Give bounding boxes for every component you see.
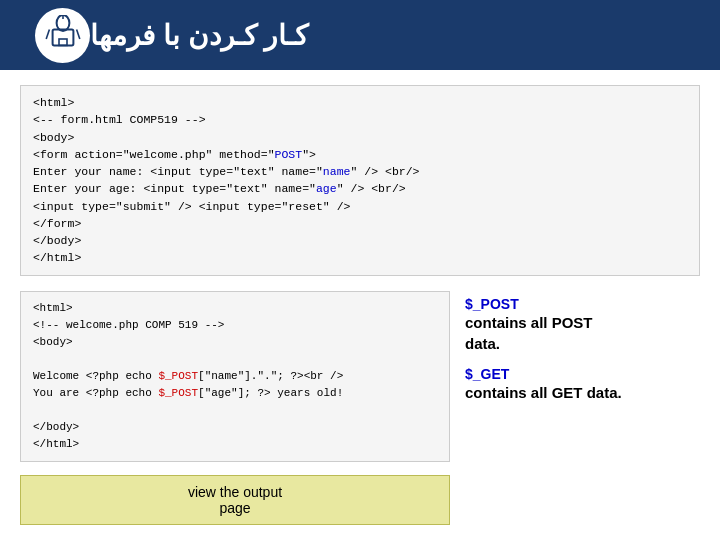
post-info-title: $_POST	[465, 296, 700, 312]
get-info-item: $_GET contains all GET data.	[465, 366, 700, 403]
post-info-desc: contains all POSTdata.	[465, 312, 700, 354]
svg-line-5	[76, 29, 79, 39]
bottom-left-panel: <html> <!-- welcome.php COMP 519 --> <bo…	[20, 291, 450, 525]
get-info-desc: contains all GET data.	[465, 382, 700, 403]
get-info-title: $_GET	[465, 366, 700, 382]
header: کـار کـردن با فرمها	[0, 0, 720, 70]
right-info-panel: $_POST contains all POSTdata. $_GET cont…	[465, 291, 700, 403]
view-output-button[interactable]: view the outputpage	[20, 475, 450, 525]
post-info-item: $_POST contains all POSTdata.	[465, 296, 700, 354]
svg-line-4	[46, 29, 49, 39]
logo-icon	[43, 15, 83, 55]
code-block-top: <html> <-- form.html COMP519 --> <body> …	[20, 85, 700, 276]
code-block-bottom: <html> <!-- welcome.php COMP 519 --> <bo…	[20, 291, 450, 462]
bottom-section: <html> <!-- welcome.php COMP 519 --> <bo…	[20, 291, 700, 525]
header-title: کـار کـردن با فرمها	[90, 19, 308, 52]
header-logo	[35, 8, 90, 63]
main-content: <html> <-- form.html COMP519 --> <body> …	[0, 70, 720, 540]
